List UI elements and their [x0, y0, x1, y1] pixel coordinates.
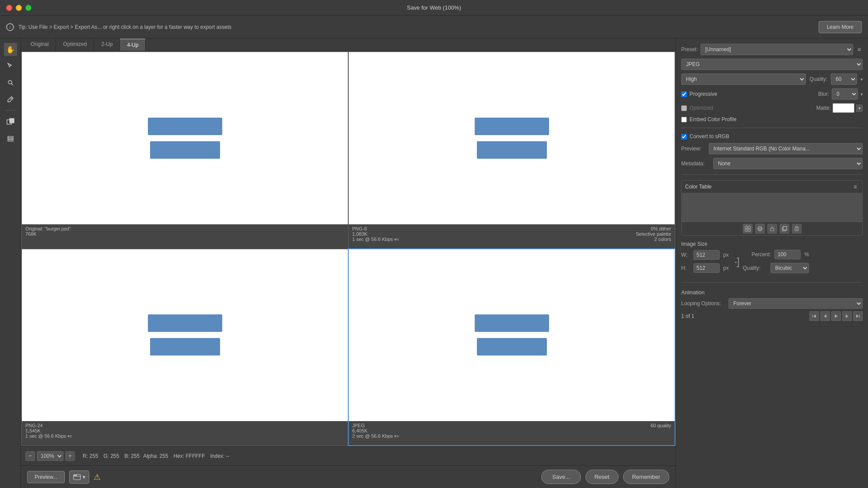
learn-more-button[interactable]: Learn More	[819, 21, 862, 33]
width-input[interactable]	[693, 250, 720, 260]
progressive-checkbox[interactable]	[681, 91, 687, 97]
convert-srgb-checkbox[interactable]	[681, 134, 687, 139]
hand-tool[interactable]: ✋	[4, 43, 17, 56]
zoom-tool[interactable]	[4, 76, 17, 89]
zoom-in-button[interactable]: +	[65, 451, 75, 461]
ct-add-button[interactable]	[780, 224, 789, 234]
matte-dropdown-button[interactable]: ▾	[856, 105, 863, 112]
main-layout: ✋	[0, 38, 868, 488]
svg-marker-30	[835, 314, 838, 318]
save-button[interactable]: Save...	[541, 470, 581, 484]
burger-bar-bottom-png24	[150, 338, 220, 356]
close-button[interactable]	[6, 5, 12, 11]
quality-level-select[interactable]: High	[681, 73, 806, 85]
preview-original[interactable]: Original: "burger.psd" 768K	[22, 52, 348, 248]
looping-select[interactable]: Forever	[728, 298, 863, 309]
preset-menu-button[interactable]: ≡	[856, 45, 863, 54]
preset-label: Preset:	[681, 46, 698, 52]
matte-label: Matte:	[816, 105, 831, 111]
quality-interp-row: Quality: Bicubic	[743, 263, 809, 273]
png8-menu-icon[interactable]: ▾≡	[394, 237, 399, 242]
preview-info-jpeg: JPEG 60 quality 6,405K 2 sec @ 56.6 Kbps…	[349, 421, 675, 445]
quality-interp-select[interactable]: Bicubic	[770, 263, 809, 273]
jpeg-quality: 60 quality	[651, 423, 671, 428]
metadata-select[interactable]: None	[713, 158, 863, 169]
preview-mode-label: Preview:	[681, 146, 705, 152]
svg-rect-15	[748, 229, 750, 231]
ct-map-button[interactable]	[743, 224, 752, 234]
maximize-button[interactable]	[25, 5, 32, 11]
preview-button[interactable]: Preview...	[27, 471, 65, 483]
embed-color-label[interactable]: Embed Color Profile	[690, 116, 736, 122]
anim-next-button[interactable]	[842, 311, 852, 321]
anim-play-button[interactable]	[831, 311, 841, 321]
b-label: B: 255	[124, 453, 140, 459]
format-select[interactable]: JPEG	[681, 59, 863, 70]
svg-marker-33	[859, 314, 860, 318]
embed-color-checkbox[interactable]	[681, 117, 687, 122]
tab-2up[interactable]: 2-Up	[94, 38, 120, 51]
layers-tool[interactable]	[4, 132, 17, 145]
view-tabs: Original Optimized 2-Up 4-Up	[21, 38, 676, 51]
four-up-grid: Original: "burger.psd" 768K PNG-8 0% dit…	[21, 51, 676, 446]
preview-jpeg[interactable]: JPEG 60 quality 6,405K 2 sec @ 56.6 Kbps…	[349, 249, 675, 446]
color-table-section: Color Table ≡	[681, 180, 863, 236]
ct-lock-icon	[769, 226, 775, 232]
svg-rect-12	[745, 226, 747, 228]
height-input[interactable]	[693, 263, 720, 273]
eyedropper-tool[interactable]	[4, 93, 17, 106]
png24-menu-icon[interactable]: ▾≡	[67, 434, 72, 439]
minimize-button[interactable]	[16, 5, 22, 11]
height-row: H: px	[681, 263, 729, 273]
index-label: Index: --	[210, 453, 230, 459]
ct-lock-button[interactable]	[767, 224, 777, 234]
png8-bottom-row: 1,083K Selective palette	[352, 231, 671, 237]
browser-dropdown-arrow: ▾	[83, 474, 85, 480]
svg-rect-4	[10, 119, 14, 123]
convert-srgb-label[interactable]: Convert to sRGB	[690, 133, 729, 139]
slice-select-tool[interactable]	[4, 59, 17, 73]
action-bar: Preview... ▾ ⚠ Save... Reset Remember	[21, 465, 676, 488]
link-icon-svg	[733, 256, 740, 269]
zoom-controls: − 100% +	[25, 451, 75, 461]
svg-marker-31	[846, 314, 848, 318]
anim-last-button[interactable]	[853, 311, 863, 321]
tab-4up[interactable]: 4-Up	[120, 38, 146, 51]
burger-bar-top	[148, 118, 222, 135]
optimized-label: Optimized	[690, 105, 713, 111]
burger-bar-bottom	[150, 141, 220, 159]
tab-original[interactable]: Original	[24, 38, 56, 51]
zoom-select[interactable]: 100%	[37, 451, 63, 461]
color-table-menu-button[interactable]: ≡	[852, 182, 859, 191]
reset-button[interactable]: Reset	[585, 470, 619, 484]
blur-select[interactable]: 0	[832, 88, 858, 100]
preview-png8[interactable]: PNG-8 0% dither 1,083K Selective palette…	[349, 52, 675, 248]
burger-graphic-png8	[475, 118, 549, 159]
preset-select[interactable]: [Unnamed]	[700, 44, 853, 55]
format-row: JPEG	[681, 59, 863, 70]
swap-colors-tool[interactable]	[4, 115, 17, 128]
ct-delete-button[interactable]	[792, 224, 802, 234]
percent-input[interactable]	[774, 250, 801, 259]
ct-web-button[interactable]	[755, 224, 765, 234]
preview-image-jpeg	[349, 249, 675, 422]
toolbar-divider	[5, 110, 16, 111]
jpeg-menu-icon[interactable]: ▾≡	[394, 434, 399, 439]
browser-preview-button[interactable]: ▾	[69, 471, 89, 484]
preview-mode-select[interactable]: Internet Standard RGB (No Color Mana...	[709, 143, 863, 154]
preview-image-png24	[22, 249, 348, 422]
optimized-checkbox[interactable]	[681, 105, 687, 111]
matte-color-swatch[interactable]	[833, 103, 854, 113]
preview-png24[interactable]: PNG-24 1,545K 1 sec @ 56.6 Kbps ▾≡	[22, 249, 348, 446]
quality-value-select[interactable]: 60	[831, 73, 857, 85]
blur-chevron: ▾	[861, 92, 863, 97]
zoom-out-button[interactable]: −	[25, 451, 35, 461]
anim-first-button[interactable]	[809, 311, 819, 321]
progressive-label[interactable]: Progressive	[690, 91, 717, 97]
tab-optimized[interactable]: Optimized	[56, 38, 94, 51]
anim-prev-button[interactable]	[820, 311, 830, 321]
constrain-proportions-icon[interactable]	[732, 255, 741, 270]
remember-button[interactable]: Remember	[623, 470, 669, 484]
burger-bar-top-png24	[148, 314, 222, 332]
burger-bar-bottom-png8	[477, 141, 547, 159]
